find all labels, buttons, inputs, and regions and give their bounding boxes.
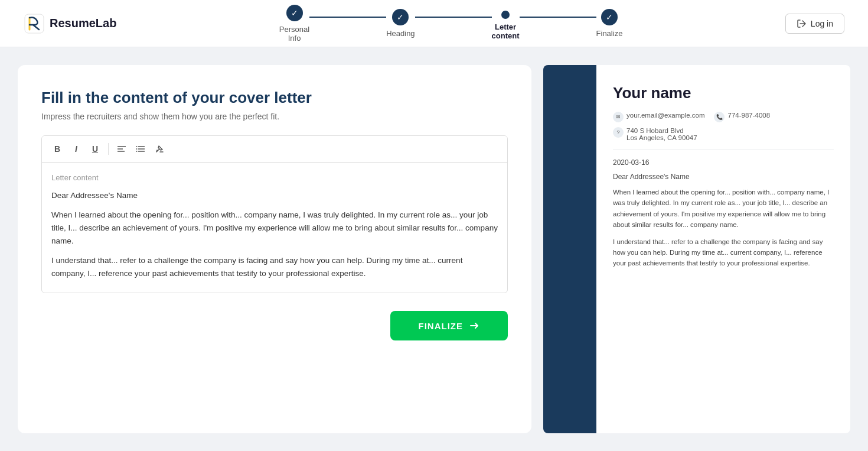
step-finalize-label: Finalize — [596, 29, 623, 38]
svg-rect-0 — [25, 14, 44, 33]
preview-address: 740 S Hobard Blvd Los Angeles, CA 90047 — [626, 127, 697, 141]
main-content: Fill in the content of your cover letter… — [0, 47, 868, 451]
preview-address-row: ? 740 S Hobard Blvd Los Angeles, CA 9004… — [613, 127, 834, 141]
header: ResumeLab ✓ PersonalInfo ✓ Heading Lette… — [0, 0, 868, 47]
logo-text: ResumeLab — [50, 17, 116, 30]
email-icon: ✉ — [613, 112, 624, 122]
step-line-1 — [309, 17, 386, 18]
phone-icon: 📞 — [714, 112, 725, 122]
step-heading: ✓ Heading — [386, 9, 415, 38]
finalize-row: FINALIZE — [41, 311, 508, 340]
editor-paragraph2: I understand that... refer to a challeng… — [51, 254, 498, 280]
step-personal-info-label: PersonalInfo — [279, 25, 309, 43]
finalize-arrow-icon — [469, 320, 479, 331]
login-label: Log in — [811, 19, 833, 28]
logo: ResumeLab — [24, 13, 116, 34]
panel-subtitle: Impress the recruiters and show them how… — [41, 112, 508, 121]
preview-divider — [613, 150, 834, 150]
login-icon — [797, 19, 806, 28]
preview-paragraph2: I understand that... refer to a challeng… — [613, 236, 834, 269]
preview-sidebar — [543, 65, 596, 433]
finalize-label: FINALIZE — [419, 321, 464, 331]
preview-content: Your name ✉ your.email@example.com 📞 774… — [596, 65, 850, 433]
clear-format-button[interactable] — [151, 141, 168, 157]
step-line-2 — [415, 17, 492, 18]
step-heading-circle: ✓ — [392, 9, 409, 25]
step-finalize-circle: ✓ — [601, 9, 618, 25]
step-personal-info-circle: ✓ — [286, 5, 303, 21]
step-letter-content: Lettercontent — [492, 7, 520, 40]
finalize-button[interactable]: FINALIZE — [390, 311, 508, 340]
step-line-3 — [520, 17, 596, 18]
editor-toolbar: B I U — [42, 136, 507, 163]
login-button[interactable]: Log in — [785, 14, 844, 34]
editor-label: Letter content — [51, 172, 498, 184]
step-finalize: ✓ Finalize — [596, 9, 623, 38]
svg-point-8 — [136, 148, 138, 150]
editor-container: B I U Letter content Dear Addressee's Na… — [41, 135, 508, 293]
panel-title: Fill in the content of your cover letter — [41, 89, 508, 107]
preview-contact-row: ✉ your.email@example.com 📞 774-987-4008 — [613, 112, 834, 122]
editor-paragraph1: When I learned about the opening for... … — [51, 209, 498, 247]
underline-button[interactable]: U — [87, 141, 103, 157]
svg-point-7 — [136, 146, 138, 147]
editor-body[interactable]: Letter content Dear Addressee's Name Whe… — [42, 163, 507, 293]
preview-paragraph1: When I learned about the opening for... … — [613, 187, 834, 231]
toolbar-divider-1 — [108, 143, 109, 155]
preview-address-item: ? 740 S Hobard Blvd Los Angeles, CA 9004… — [613, 127, 697, 141]
right-panel: Your name ✉ your.email@example.com 📞 774… — [543, 65, 850, 433]
preview-name: Your name — [613, 84, 834, 102]
step-personal-info: ✓ PersonalInfo — [279, 5, 309, 43]
svg-point-9 — [136, 151, 138, 152]
preview-email: your.email@example.com — [626, 112, 704, 119]
italic-button[interactable]: I — [68, 141, 84, 157]
step-letter-content-label: Lettercontent — [492, 22, 520, 40]
bold-button[interactable]: B — [49, 141, 66, 157]
align-left-button[interactable] — [113, 141, 130, 157]
preview-phone-item: 📞 774-987-4008 — [714, 112, 770, 122]
left-panel: Fill in the content of your cover letter… — [18, 65, 531, 433]
preview-date: 2020-03-16 — [613, 158, 834, 167]
preview-email-item: ✉ your.email@example.com — [613, 112, 704, 122]
stepper: ✓ PersonalInfo ✓ Heading Lettercontent ✓… — [116, 5, 785, 43]
location-icon: ? — [613, 127, 624, 138]
preview-phone: 774-987-4008 — [727, 112, 770, 119]
preview-salutation: Dear Addressee's Name — [613, 173, 834, 181]
step-heading-label: Heading — [386, 29, 415, 38]
step-letter-content-circle — [501, 11, 510, 19]
list-button[interactable] — [132, 141, 149, 157]
editor-salutation: Dear Addressee's Name — [51, 189, 498, 202]
logo-icon — [24, 13, 45, 34]
